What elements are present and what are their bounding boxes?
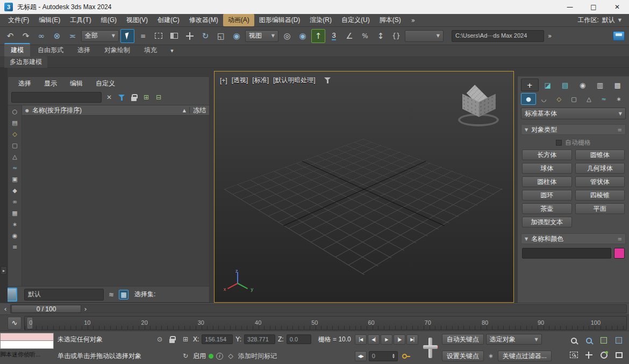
tab-motion[interactable]: ◉	[575, 78, 591, 91]
tab-create[interactable]: +	[521, 78, 539, 91]
object-type-plane[interactable]: 平面	[575, 203, 625, 214]
viewport-general-menu[interactable]: [+]	[220, 77, 227, 84]
x-coordinate-field[interactable]: 156.154	[202, 334, 233, 344]
perspective-viewport[interactable]: [+] [透视] [标准] [默认明暗处理] z x y	[214, 71, 514, 303]
select-and-move-button[interactable]	[183, 29, 197, 43]
redo-button[interactable]: ↷	[19, 29, 33, 43]
object-type-geosphere[interactable]: 几何球体	[575, 163, 625, 174]
tab-display[interactable]: ▥	[592, 78, 609, 91]
y-coordinate-field[interactable]: 328.771	[244, 334, 275, 344]
rollout-name-color[interactable]: ▼ 名称和颜色 ≡	[521, 233, 626, 244]
explorer-menu-select[interactable]: 选择	[12, 78, 37, 89]
filter-bones-icon[interactable]: ∞	[10, 197, 20, 206]
filter-space-warps-icon[interactable]: ≈	[10, 163, 20, 173]
select-and-scale-button[interactable]: ◱	[214, 29, 228, 43]
ribbon-tab-populate[interactable]: 填充	[138, 44, 163, 56]
menu-modifiers[interactable]: 修改器(M)	[184, 14, 223, 26]
ribbon-tab-modeling[interactable]: 建模	[4, 43, 30, 56]
select-and-rotate-button[interactable]: ↻	[198, 29, 212, 43]
select-and-manipulate-button[interactable]: ◉	[296, 29, 310, 43]
go-to-start-button[interactable]: |◀	[355, 334, 367, 345]
object-type-teapot[interactable]: 茶壶	[522, 203, 572, 214]
ribbon-tab-selection[interactable]: 选择	[71, 44, 97, 56]
column-divider[interactable]	[189, 107, 190, 113]
sub-lights[interactable]: ◇	[552, 93, 566, 105]
play-animation-button[interactable]: ▶	[381, 334, 392, 345]
select-link-button[interactable]: ∞	[34, 29, 48, 43]
filter-frozen-icon[interactable]: ∗	[10, 220, 20, 229]
listener-line[interactable]	[0, 341, 54, 349]
maxscript-mini-listener[interactable]: 脚本迷你侦听...	[0, 333, 54, 362]
rectangular-selection-region-button[interactable]	[152, 29, 166, 43]
menu-create[interactable]: 创建(C)	[153, 14, 184, 26]
selection-lock-icon[interactable]	[167, 334, 177, 344]
unlink-selection-button[interactable]: ⊗	[50, 29, 64, 43]
viewport-shading-menu[interactable]: [默认明暗处理]	[273, 76, 316, 85]
spin-down-icon[interactable]: ▼	[392, 356, 395, 359]
sub-space-warps[interactable]: ≈	[597, 93, 611, 105]
key-filters-button[interactable]: 关键点过滤器...	[498, 351, 552, 361]
rollout-object-type[interactable]: ▼ 对象类型 ≡	[521, 124, 626, 135]
object-type-tube[interactable]: 管状体	[575, 176, 625, 187]
menu-overflow-chevron[interactable]: »	[411, 17, 415, 24]
filter-button[interactable]	[117, 92, 126, 102]
zoom-extents-button[interactable]	[597, 334, 611, 347]
undo-button[interactable]: ↶	[3, 29, 17, 43]
ribbon-panel-polygon-modeling[interactable]: 多边形建模	[4, 56, 47, 68]
tab-utilities[interactable]: ▩	[610, 78, 626, 91]
tab-modify[interactable]: ◪	[540, 78, 556, 91]
reference-coordinate-system-dropdown[interactable]: 视图 ▼	[245, 30, 278, 42]
minimize-button[interactable]: —	[558, 0, 582, 14]
key-icon-button[interactable]	[400, 351, 410, 361]
set-keys-button[interactable]	[422, 337, 438, 359]
sub-cameras[interactable]: ▢	[567, 93, 581, 105]
menu-rendering[interactable]: 渲染(R)	[305, 14, 337, 26]
explorer-preset-combo[interactable]: 默认	[24, 289, 104, 301]
ribbon-tab-object-paint[interactable]: 对象绘制	[98, 44, 137, 56]
collapse-all-button[interactable]: ⊟	[154, 92, 163, 102]
z-coordinate-field[interactable]: 0.0	[287, 334, 311, 344]
object-type-cone[interactable]: 圆锥体	[575, 149, 625, 160]
angle-snap-toggle[interactable]: ∠	[342, 29, 356, 43]
select-and-place-button[interactable]: ◉	[230, 29, 244, 43]
filter-helpers-icon[interactable]: △	[10, 152, 20, 161]
filter-containers-icon[interactable]: ▦	[10, 209, 20, 218]
object-type-pyramid[interactable]: 四棱锥	[575, 190, 625, 201]
scene-object-list[interactable]	[22, 116, 209, 286]
orbit-button[interactable]	[597, 348, 611, 362]
viewport-pov-menu[interactable]: [透视]	[232, 76, 248, 85]
sort-ascending-icon[interactable]: ▲	[183, 108, 186, 113]
maximize-viewport-toggle[interactable]	[612, 348, 626, 362]
object-color-swatch[interactable]	[614, 248, 625, 259]
explorer-menu-display[interactable]: 显示	[38, 78, 63, 89]
menu-edit[interactable]: 编辑(E)	[34, 14, 65, 26]
adaptive-degradation-icon[interactable]: ↻	[181, 351, 190, 361]
expand-panel-button[interactable]: ▸	[1, 266, 7, 275]
filter-materials-icon[interactable]: ≡	[10, 242, 20, 252]
layer-explorer-icon[interactable]: ≋	[106, 290, 116, 299]
lock-explorer-button[interactable]	[129, 92, 139, 102]
go-to-end-button[interactable]: ▶|	[406, 334, 418, 345]
chevron-down-icon[interactable]: ▼	[618, 18, 621, 23]
sub-geometry[interactable]: ●	[521, 93, 536, 105]
filter-display-all-icon[interactable]: ○	[10, 107, 20, 116]
track-bar-ruler[interactable]: 0 10 20 30 40 50 60 70 80 90 100	[24, 316, 627, 330]
app-icon[interactable]: 3	[4, 3, 13, 11]
tab-hierarchy[interactable]: ▤	[557, 78, 574, 91]
key-filters-gear-icon[interactable]: ∗	[486, 351, 496, 361]
filter-hidden-icon[interactable]: ◉	[10, 231, 20, 240]
select-by-name-button[interactable]: ≡	[136, 29, 150, 43]
use-pivot-point-center-button[interactable]: ◎	[280, 29, 294, 43]
filter-cameras-icon[interactable]: ▢	[10, 141, 20, 150]
per-view-filter-icon[interactable]	[324, 77, 331, 84]
object-type-text-plus[interactable]: 加强型文本	[522, 217, 572, 227]
menu-animation[interactable]: 动画(A)	[223, 14, 254, 26]
frozen-column-header[interactable]: 冻结	[193, 106, 206, 115]
key-mode-toggle[interactable]: ◀▶	[355, 351, 367, 361]
rollout-grip-icon[interactable]: ≡	[618, 127, 622, 133]
next-frame-button[interactable]: ›	[82, 304, 89, 314]
explorer-menu-customize[interactable]: 自定义	[90, 78, 121, 89]
toolbar-overflow-chevron[interactable]: »	[548, 32, 552, 40]
ribbon-options-button[interactable]: ▼	[167, 47, 177, 55]
time-slider-handle[interactable]: 0 / 100	[11, 305, 81, 313]
